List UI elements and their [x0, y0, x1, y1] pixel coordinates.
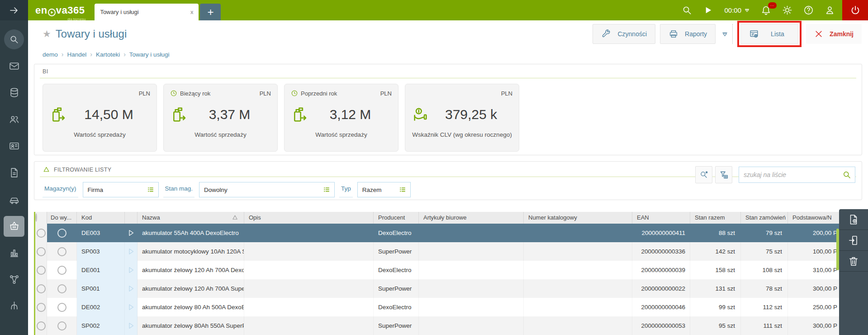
breadcrumb-demo[interactable]: demo [43, 51, 58, 58]
row-selector-radio[interactable] [37, 303, 46, 312]
notifications-button[interactable]: ... [761, 5, 771, 15]
row-pointer-icon [127, 266, 135, 274]
cell-numer [524, 224, 632, 242]
cell-opis [244, 298, 374, 316]
sidebar-item-database[interactable] [0, 79, 28, 106]
list-picker-icon [147, 186, 155, 194]
column-header-producent[interactable]: Producent [374, 212, 419, 224]
sidebar-item-search[interactable] [0, 26, 28, 53]
breadcrumb-towary[interactable]: Towary i usługi [129, 51, 170, 58]
tab-close-button[interactable]: x [190, 9, 194, 15]
sidebar-item-employees[interactable] [0, 133, 28, 159]
lista-button[interactable]: Lista [740, 24, 798, 44]
cell-numer [524, 242, 632, 261]
column-header-stan-razem[interactable]: Stan razem [690, 212, 741, 224]
breadcrumb-kartoteki[interactable]: Kartoteki [96, 51, 120, 58]
cell-producent: DexoElectro [374, 224, 419, 242]
cell-stan-razem: 131 szt [690, 279, 741, 298]
sidebar-item-inbox[interactable] [0, 53, 28, 79]
column-header-numer-katalogowy[interactable]: Numer katalogowy [524, 212, 632, 224]
bi-panel: BI PLN 14,50 M Wartość sprzedaży [34, 64, 862, 155]
sidebar-expand-button[interactable] [0, 0, 28, 20]
filter-combo-typ[interactable]: Razem [357, 182, 411, 197]
sidebar-item-vehicles[interactable] [0, 186, 28, 213]
cell-stan-zamowien: 112 szt [741, 298, 788, 316]
row-selector-radio[interactable] [57, 266, 66, 275]
breadcrumb-handel[interactable]: Handel [67, 51, 86, 58]
filter-combo-stan-mag[interactable]: Dowolny [199, 182, 335, 197]
sidebar-item-documents[interactable] [0, 159, 28, 186]
zamknij-button[interactable]: Zamknij [806, 24, 862, 44]
wrench-icon [601, 29, 611, 39]
row-selector-radio[interactable] [37, 229, 46, 238]
row-selector-radio[interactable] [57, 303, 66, 312]
sidebar-item-workflow[interactable] [0, 266, 28, 293]
filter-combo-magazyny[interactable]: Firma [83, 182, 159, 197]
table-row[interactable]: DE003 akumulator 55Ah 400A DexoElectro D… [35, 224, 868, 242]
row-selector-radio[interactable] [37, 321, 46, 330]
delete-record-button[interactable] [839, 251, 868, 272]
table-row[interactable]: DE001 akumulator żelowy 120 Ah 700A Dexo… [35, 261, 868, 279]
sidebar-item-hierarchy[interactable] [0, 293, 28, 320]
table-row[interactable]: SP003 akumulator motocyklowy 10Ah 120A S… [35, 242, 868, 261]
user-icon[interactable] [825, 5, 835, 15]
add-record-button[interactable] [839, 209, 868, 230]
column-header-nazwa[interactable]: Nazwa [138, 212, 244, 224]
column-header-stan-zamowien[interactable]: Stan zamówień [741, 212, 788, 224]
row-selector-radio[interactable] [57, 229, 66, 238]
kpi-card-sales-current-year[interactable]: Bieżący rok PLN 3,37 M Wartość sprzedaży [163, 84, 278, 152]
column-header-artykuly[interactable]: Artykuły biurowe [419, 212, 524, 224]
row-selector-radio[interactable] [57, 284, 66, 293]
column-header-kod[interactable]: Kod [77, 212, 125, 224]
search-icon[interactable] [682, 5, 692, 15]
list-scrollbar-thumb[interactable] [836, 229, 839, 270]
favorite-star-icon[interactable]: ★ [43, 29, 51, 39]
column-header-do-wy[interactable]: Do wy... [47, 212, 77, 224]
table-row[interactable]: SP001 akumulator żelowy 120 Ah 700A Supe… [35, 279, 868, 298]
kpi-card-sales-previous-year[interactable]: Poprzedni rok PLN 3,12 M Wartość sprzeda… [284, 84, 398, 152]
row-pointer-icon [127, 285, 135, 292]
raporty-dropdown-button[interactable] [717, 24, 733, 44]
select-all-radio[interactable] [35, 213, 37, 222]
row-selector-radio[interactable] [37, 247, 46, 256]
kpi-label: Wskaźnik CLV (wg okresu rocznego) [412, 131, 512, 147]
search-icon[interactable] [842, 170, 851, 179]
play-icon[interactable] [703, 5, 713, 15]
advanced-search-button[interactable] [695, 166, 712, 183]
raporty-button[interactable]: Raporty [660, 24, 716, 44]
list-search-input[interactable] [744, 171, 842, 178]
sidebar-item-analytics[interactable] [0, 239, 28, 266]
sort-asc-icon[interactable] [232, 214, 238, 221]
czynnosci-button[interactable]: Czynności [593, 24, 655, 44]
funnel-table-icon [719, 170, 729, 180]
kpi-card-clv[interactable]: PLN 379,25 k Wskaźnik CLV (wg okresu roc… [405, 84, 519, 152]
row-selector-radio[interactable] [37, 284, 46, 293]
tab-towary-i-uslugi[interactable]: Towary i usługi x [95, 4, 199, 20]
filter-columns-button[interactable] [715, 166, 732, 183]
row-pointer-icon [127, 303, 135, 311]
row-selector-radio[interactable] [57, 321, 66, 330]
timer-widget[interactable]: 00:00 [724, 6, 750, 14]
gear-icon[interactable] [782, 5, 792, 15]
hierarchy-icon [9, 301, 20, 312]
table-row[interactable]: DE002 akumulator żelowy 80 Ah 500A DexoE… [35, 298, 868, 316]
sidebar-item-trade-active[interactable] [0, 213, 28, 239]
cell-artykuly [419, 261, 524, 279]
column-header-ean[interactable]: EAN [632, 212, 690, 224]
period-label: Poprzedni rok [301, 90, 337, 97]
row-selector-radio[interactable] [37, 266, 46, 275]
help-icon[interactable] [803, 5, 814, 15]
chevron-down-icon [744, 7, 750, 13]
list-picker-icon [323, 186, 331, 194]
sidebar-item-contacts[interactable] [0, 106, 28, 133]
column-header-opis[interactable]: Opis [244, 212, 374, 224]
module-sidebar [0, 20, 28, 335]
top-bar: en va 365 dla biznesu Towary i usługi x … [0, 0, 868, 20]
logout-button[interactable] [842, 0, 868, 20]
header-selector-cell [35, 212, 47, 224]
open-record-button[interactable] [839, 230, 868, 251]
table-row[interactable]: SP002 akumulator żelowy 80Ah 550A SuperP… [35, 316, 868, 335]
row-selector-radio[interactable] [57, 247, 66, 256]
new-tab-button[interactable]: + [200, 4, 221, 20]
kpi-card-sales-total[interactable]: PLN 14,50 M Wartość sprzedaży [43, 84, 157, 152]
